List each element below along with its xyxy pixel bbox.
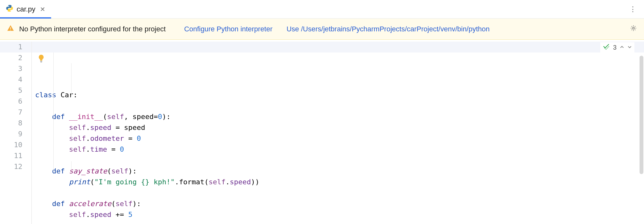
indent-guide bbox=[71, 129, 72, 139]
code-line[interactable]: class Car: bbox=[32, 90, 644, 100]
code-editor[interactable]: 123456789101112 class Car: def __init__(… bbox=[0, 40, 644, 224]
warning-icon bbox=[7, 25, 14, 33]
line-number: 5 bbox=[0, 85, 31, 96]
line-number: 3 bbox=[0, 63, 31, 74]
editor-tab-bar: car.py ✕ ⋮ bbox=[0, 0, 644, 19]
close-tab-icon[interactable]: ✕ bbox=[39, 5, 47, 13]
svg-point-2 bbox=[632, 27, 634, 29]
code-line[interactable]: self.time = 0 bbox=[32, 144, 644, 155]
code-line[interactable]: self.speed += 5 bbox=[32, 209, 644, 220]
line-number: 6 bbox=[0, 96, 31, 107]
inspections-widget[interactable]: 3 bbox=[600, 42, 634, 53]
checkmark-icon bbox=[603, 44, 610, 52]
code-line[interactable]: self.speed = speed bbox=[32, 122, 644, 133]
code-line[interactable] bbox=[32, 188, 644, 198]
intention-bulb-icon[interactable] bbox=[38, 54, 45, 61]
code-line[interactable]: def say_state(self): bbox=[32, 166, 644, 177]
indent-guide bbox=[71, 63, 72, 95]
tab-menu-icon[interactable]: ⋮ bbox=[622, 5, 644, 13]
configure-interpreter-link[interactable]: Configure Python interpreter bbox=[184, 25, 272, 33]
gear-icon[interactable] bbox=[630, 25, 637, 33]
line-number: 8 bbox=[0, 118, 31, 129]
line-number: 4 bbox=[0, 74, 31, 85]
svg-rect-0 bbox=[10, 27, 11, 29]
warning-message: No Python interpreter configured for the… bbox=[19, 25, 166, 33]
code-line[interactable]: print("I'm going {} kph!".format(self.sp… bbox=[32, 177, 644, 188]
code-line[interactable] bbox=[32, 155, 644, 166]
code-line[interactable]: self.odometer = 0 bbox=[32, 133, 644, 144]
tab-filename: car.py bbox=[17, 5, 35, 13]
line-number: 2 bbox=[0, 52, 31, 63]
editor-tab[interactable]: car.py ✕ bbox=[0, 0, 52, 18]
chevron-up-icon[interactable] bbox=[620, 44, 624, 51]
line-number: 11 bbox=[0, 150, 31, 161]
line-number: 12 bbox=[0, 161, 31, 172]
chevron-down-icon[interactable] bbox=[627, 44, 632, 51]
code-line[interactable]: def accelerate(self): bbox=[32, 198, 644, 209]
code-line[interactable] bbox=[32, 100, 644, 111]
line-number: 7 bbox=[0, 107, 31, 118]
vertical-scrollbar[interactable] bbox=[639, 40, 644, 224]
line-number: 9 bbox=[0, 129, 31, 140]
svg-rect-3 bbox=[40, 61, 42, 62]
scrollbar-thumb[interactable] bbox=[640, 56, 643, 174]
indent-guide bbox=[53, 52, 54, 171]
line-number-gutter: 123456789101112 bbox=[0, 40, 31, 224]
interpreter-warning-bar: No Python interpreter configured for the… bbox=[0, 19, 644, 40]
use-interpreter-link[interactable]: Use /Users/jetbrains/PycharmProjects/car… bbox=[287, 25, 490, 33]
svg-rect-4 bbox=[40, 62, 42, 62]
code-line[interactable]: def __init__(self, speed=0): bbox=[32, 111, 644, 122]
code-area[interactable]: class Car: def __init__(self, speed=0): … bbox=[32, 40, 644, 224]
indent-guide bbox=[71, 161, 72, 172]
inspection-count: 3 bbox=[613, 44, 617, 51]
line-number: 1 bbox=[0, 42, 31, 52]
line-number: 10 bbox=[0, 140, 31, 150]
active-tab-indicator bbox=[0, 17, 51, 19]
svg-rect-1 bbox=[10, 30, 11, 30]
python-file-icon bbox=[6, 4, 13, 14]
